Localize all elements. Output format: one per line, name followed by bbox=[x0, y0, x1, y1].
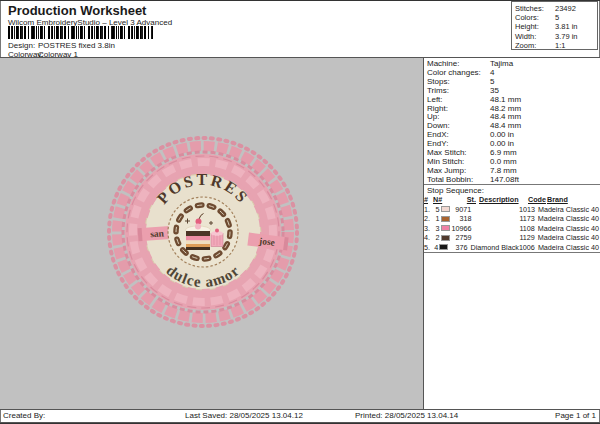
panel-divider bbox=[424, 184, 600, 185]
table-row: 2. 1 318 1173 Madeira Classic 40 bbox=[424, 214, 599, 224]
thread-color-swatch bbox=[441, 206, 450, 212]
table-bottom-divider bbox=[424, 252, 600, 253]
ribbon-right-label: jose bbox=[258, 236, 276, 248]
table-row: 4. 2 2759 1129 Madeira Classic 40 bbox=[424, 233, 599, 243]
stat-zoom: Zoom:1:1 bbox=[515, 41, 597, 50]
footer-page-number: Page 1 of 1 bbox=[555, 411, 596, 420]
design-value: POSTRES fixed 3.8in bbox=[38, 41, 115, 50]
design-name-row: Design:POSTRES fixed 3.8in bbox=[8, 41, 115, 50]
cake-layer-dark bbox=[186, 231, 210, 236]
side-slice-cherry bbox=[215, 229, 219, 233]
stop-sequence-header: # N# St. Description Code Brand bbox=[424, 195, 599, 205]
machine-info-list: Machine:Tajima Color changes:4 Stops:5 T… bbox=[427, 60, 521, 185]
cake-layer-pink bbox=[186, 236, 210, 241]
ribbon-left-label: san bbox=[150, 228, 165, 239]
cake-layer-base bbox=[186, 247, 210, 250]
table-row: 1. 5 9071 1013 Madeira Classic 40 bbox=[424, 205, 599, 215]
thread-color-swatch bbox=[441, 235, 450, 241]
stop-sequence-table: # N# St. Description Code Brand 1. 5 907… bbox=[424, 195, 599, 252]
thread-color-swatch bbox=[439, 244, 448, 250]
thread-color-swatch bbox=[441, 216, 450, 222]
design-stats-box: Stitches:23492 Colors:5 Height:3.81 in W… bbox=[511, 1, 598, 50]
design-label: Design: bbox=[8, 41, 38, 50]
production-worksheet-page: Production Worksheet Wilcom EmbroiderySt… bbox=[0, 0, 600, 424]
table-row: 3. 3 10966 1108 Madeira Classic 40 bbox=[424, 224, 599, 234]
footer-created-by: Created By: bbox=[3, 411, 45, 420]
stat-colors: Colors:5 bbox=[515, 13, 597, 22]
barcode-icon bbox=[8, 26, 153, 39]
table-row: 5. 4 376 Diamond Black 1006 Madeira Clas… bbox=[424, 243, 599, 253]
stat-stitches: Stitches:23492 bbox=[515, 4, 597, 13]
thread-color-swatch bbox=[441, 225, 450, 231]
cake-layer-caramel bbox=[186, 244, 210, 247]
footer-printed: Printed: 28/05/2025 13.04.14 bbox=[355, 411, 458, 420]
frosting-dollop bbox=[195, 224, 201, 230]
footer-top-line bbox=[0, 409, 600, 410]
footer-last-saved: Last Saved: 28/05/2025 13.04.12 bbox=[185, 411, 303, 420]
embroidery-design-preview: san jose POSTRES dulce amor bbox=[98, 127, 308, 337]
cake-layer-cream bbox=[186, 241, 210, 245]
stat-width: Width:3.79 in bbox=[515, 32, 597, 41]
stat-height: Height:3.81 in bbox=[515, 22, 597, 31]
stop-sequence-title: Stop Sequence: bbox=[427, 186, 484, 195]
page-title: Production Worksheet bbox=[8, 3, 146, 18]
